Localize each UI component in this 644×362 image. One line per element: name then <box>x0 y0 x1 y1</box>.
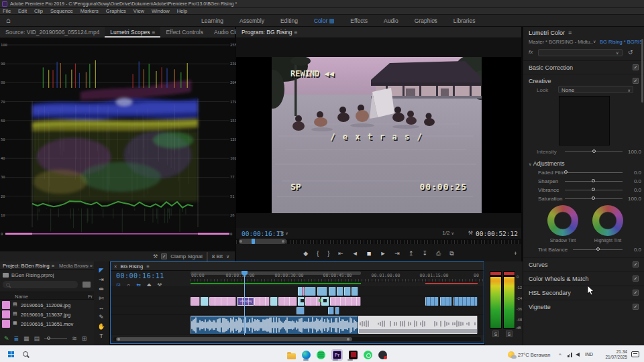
section-color-wheels-match[interactable]: Color Wheels & Match✓ <box>523 272 644 285</box>
start-button[interactable] <box>8 351 14 357</box>
vignette-checkbox[interactable]: ✓ <box>633 304 639 310</box>
panel-menu-icon[interactable]: ≡ <box>568 29 572 36</box>
tab-media-browser[interactable]: Media Browser <box>57 261 89 269</box>
tint-balance-handle[interactable] <box>596 247 600 251</box>
fit-select[interactable]: Fit ∨ <box>278 230 288 236</box>
slider-faded-film[interactable] <box>565 172 623 173</box>
color-wheels-checkbox[interactable]: ✓ <box>633 276 639 282</box>
new-search-bin-icon[interactable] <box>83 282 91 288</box>
scrubber-thumb[interactable] <box>239 239 286 244</box>
section-vignette[interactable]: Vignette✓ <box>523 300 644 313</box>
timeline-hscrollbar[interactable] <box>113 337 481 341</box>
premiere-taskbar-active[interactable]: Pr <box>331 349 343 361</box>
tray-chevron[interactable]: ^ <box>559 352 561 358</box>
step-forward-button[interactable]: ► <box>380 250 386 257</box>
slip-tool[interactable]: ↔ <box>96 304 107 312</box>
ripple-edit-tool[interactable]: ⇹ <box>96 285 107 293</box>
shadow-tint-wheel[interactable] <box>547 205 578 236</box>
playback-resolution-select[interactable]: 1/2 ∨ <box>442 230 454 236</box>
menu-graphics[interactable]: Graphics <box>106 8 126 14</box>
timeline-clip[interactable] <box>297 307 305 314</box>
timeline-clip[interactable] <box>425 297 439 306</box>
project-row[interactable]: ▤20190616_113637.jpg <box>0 310 94 319</box>
menu-help[interactable]: Help <box>177 8 187 14</box>
preset-select[interactable] <box>538 49 623 56</box>
hscroll-knob-left[interactable] <box>117 338 120 341</box>
timeline-clip[interactable] <box>440 297 452 306</box>
solo-right-button[interactable]: S <box>506 330 513 337</box>
play-stop-button[interactable]: ■ <box>367 249 372 257</box>
hscroll-thumb[interactable] <box>116 337 352 341</box>
timeline-clip[interactable] <box>201 297 209 306</box>
slider-value[interactable]: 0.0 <box>623 178 641 184</box>
slider-value[interactable]: 100.0 <box>623 196 641 202</box>
project-row[interactable]: ▤20190616_112008.jpg <box>0 300 94 310</box>
mark-out-button[interactable]: } <box>327 250 329 257</box>
highlight-tint-wheel[interactable] <box>592 205 623 236</box>
program-settings-icon[interactable]: ⚒ <box>468 230 473 236</box>
menu-file[interactable]: File <box>3 8 11 14</box>
slider-handle[interactable] <box>592 179 595 182</box>
menu-edit[interactable]: Edit <box>18 8 27 14</box>
freeform-view-button[interactable]: ▤ <box>34 335 40 342</box>
timeline-clip[interactable] <box>191 316 358 334</box>
workspace-tab-color[interactable]: Color <box>314 17 334 24</box>
timeline-clip[interactable] <box>270 297 278 306</box>
network-icon[interactable] <box>568 353 572 357</box>
timeline-ruler[interactable]: 00:0000:00:15:0000:00:30:0000:00:45:0000… <box>191 271 484 282</box>
slider-handle[interactable] <box>592 188 595 191</box>
bit-depth-select[interactable]: 8 Bit <box>212 253 223 259</box>
workspace-tab-libraries[interactable]: Libraries <box>453 17 476 24</box>
menu-view[interactable]: View <box>133 8 144 14</box>
timeline-clip[interactable] <box>191 297 200 306</box>
intensity-slider[interactable] <box>565 152 623 152</box>
section-hsl-secondary[interactable]: HSL Secondary✓ <box>523 286 644 299</box>
timeline-clip[interactable] <box>209 297 236 306</box>
chevron-down-icon[interactable]: ∨ <box>593 39 596 44</box>
timeline-clip[interactable] <box>278 297 297 306</box>
tint-balance-value[interactable]: 0.0 <box>623 247 641 253</box>
label-color-chip[interactable] <box>2 301 10 309</box>
section-basic-correction[interactable]: Basic Correction✓ <box>523 60 644 74</box>
lane-a2[interactable] <box>111 315 484 335</box>
tab-lumetri-scopes[interactable]: Lumetri Scopes≡ <box>105 27 160 38</box>
razor-tool[interactable]: ✄ <box>96 294 107 302</box>
browser-app-icon[interactable] <box>378 351 387 359</box>
workspace-tab-learning[interactable]: Learning <box>201 17 223 24</box>
media-encoder-icon[interactable] <box>349 351 358 359</box>
intensity-value[interactable]: 100.0 <box>623 149 641 155</box>
creative-checkbox[interactable]: ✓ <box>633 78 639 84</box>
master-clip-tab[interactable]: Master * BGRISING - Midtu... <box>529 39 593 45</box>
slider-handle[interactable] <box>592 196 595 200</box>
menu-sequence[interactable]: Sequence <box>50 8 73 14</box>
program-playhead[interactable] <box>252 239 255 244</box>
weather-icon[interactable] <box>508 351 515 358</box>
timeline-clip[interactable] <box>254 297 270 306</box>
project-breadcrumb[interactable]: BGen Rising.prproj <box>3 272 54 278</box>
icon-view-button[interactable]: ▦ <box>23 335 30 342</box>
zoom-slider[interactable] <box>44 338 67 339</box>
timeline-clip[interactable] <box>453 297 478 306</box>
slider-handle[interactable] <box>564 170 568 174</box>
slider-sharpen[interactable] <box>565 181 623 182</box>
program-scrubber[interactable] <box>236 239 521 244</box>
slider-vibrance[interactable] <box>565 190 623 190</box>
section-curves[interactable]: Curves✓ <box>523 257 644 271</box>
slider-value[interactable]: 0.0 <box>623 187 641 193</box>
volume-icon[interactable] <box>576 353 580 357</box>
reset-icon[interactable]: ↺ <box>628 49 633 56</box>
timeline-clip[interactable] <box>328 307 334 314</box>
timeline-clip[interactable] <box>317 287 327 296</box>
meter-clip-right[interactable] <box>503 272 515 276</box>
lane-a1[interactable] <box>111 306 484 315</box>
extract-button[interactable]: ↧ <box>422 250 427 257</box>
new-item-button[interactable]: ⊞ <box>82 335 87 342</box>
export-frame-button[interactable]: ⎙ <box>436 250 441 257</box>
project-search-box[interactable] <box>3 281 78 288</box>
lumetri-scrollbar[interactable] <box>641 39 643 103</box>
slider-saturation[interactable] <box>565 198 623 199</box>
column-name[interactable]: Name <box>15 294 28 300</box>
hand-tool[interactable]: ✋ <box>96 322 107 330</box>
chevron-down-icon[interactable]: ∨ <box>226 254 229 259</box>
button-editor-button[interactable]: + <box>514 250 517 257</box>
